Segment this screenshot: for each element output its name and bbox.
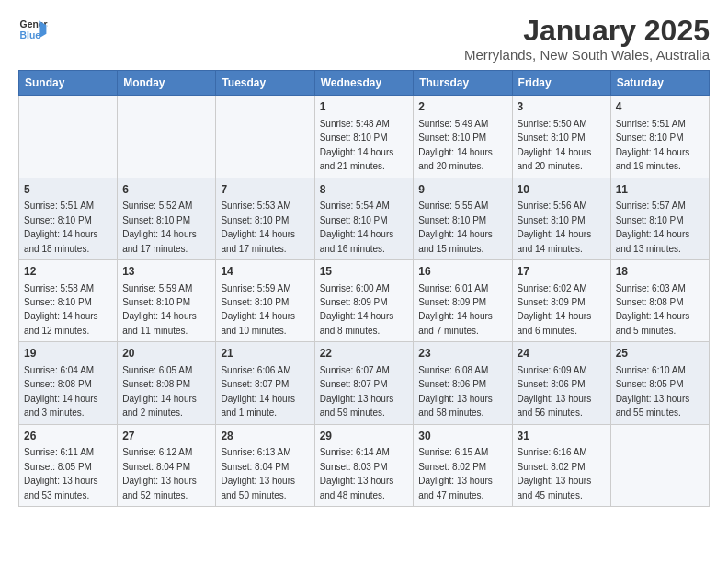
calendar-day-cell: 14Sunrise: 5:59 AM Sunset: 8:10 PM Dayli… <box>216 259 314 341</box>
day-number: 18 <box>616 264 704 280</box>
day-number: 25 <box>616 346 704 362</box>
day-info: Sunrise: 6:14 AM Sunset: 8:03 PM Dayligh… <box>320 447 394 500</box>
day-info: Sunrise: 6:06 AM Sunset: 8:07 PM Dayligh… <box>221 365 295 418</box>
day-number: 27 <box>122 429 210 444</box>
calendar-day-cell: 3Sunrise: 5:50 AM Sunset: 8:10 PM Daylig… <box>512 96 610 178</box>
day-info: Sunrise: 6:01 AM Sunset: 8:09 PM Dayligh… <box>418 283 493 336</box>
calendar-day-cell: 11Sunrise: 5:57 AM Sunset: 8:10 PM Dayli… <box>610 178 709 259</box>
day-info: Sunrise: 6:08 AM Sunset: 8:06 PM Dayligh… <box>418 365 493 418</box>
day-info: Sunrise: 5:53 AM Sunset: 8:10 PM Dayligh… <box>221 201 295 253</box>
calendar-body: 1Sunrise: 5:48 AM Sunset: 8:10 PM Daylig… <box>19 96 710 507</box>
day-number: 8 <box>320 182 409 198</box>
day-number: 19 <box>24 346 112 362</box>
calendar-day-cell: 26Sunrise: 6:11 AM Sunset: 8:05 PM Dayli… <box>19 424 118 506</box>
calendar-day-cell: 28Sunrise: 6:13 AM Sunset: 8:04 PM Dayli… <box>216 424 314 506</box>
calendar-header-cell: Sunday <box>19 71 118 96</box>
calendar-day-cell: 31Sunrise: 6:16 AM Sunset: 8:02 PM Dayli… <box>512 424 610 506</box>
day-number: 28 <box>221 429 309 444</box>
day-info: Sunrise: 6:00 AM Sunset: 8:09 PM Dayligh… <box>320 283 394 336</box>
calendar-day-cell: 8Sunrise: 5:54 AM Sunset: 8:10 PM Daylig… <box>314 178 414 259</box>
day-number: 16 <box>418 264 506 280</box>
day-info: Sunrise: 5:49 AM Sunset: 8:10 PM Dayligh… <box>418 119 493 171</box>
day-info: Sunrise: 6:04 AM Sunset: 8:08 PM Dayligh… <box>24 365 98 418</box>
calendar-day-cell: 9Sunrise: 5:55 AM Sunset: 8:10 PM Daylig… <box>414 178 512 259</box>
logo: General Blue <box>18 15 48 44</box>
subtitle: Merrylands, New South Wales, Australia <box>464 47 710 63</box>
calendar-table: SundayMondayTuesdayWednesdayThursdayFrid… <box>18 70 710 507</box>
calendar-day-cell: 23Sunrise: 6:08 AM Sunset: 8:06 PM Dayli… <box>414 342 512 424</box>
day-number: 13 <box>122 264 210 280</box>
day-info: Sunrise: 6:02 AM Sunset: 8:09 PM Dayligh… <box>518 283 592 336</box>
calendar-header-cell: Monday <box>118 71 216 96</box>
calendar-day-cell: 21Sunrise: 6:06 AM Sunset: 8:07 PM Dayli… <box>216 342 314 424</box>
day-number: 23 <box>418 346 506 362</box>
calendar-day-cell: 5Sunrise: 5:51 AM Sunset: 8:10 PM Daylig… <box>19 178 118 259</box>
calendar-header-cell: Friday <box>512 71 610 96</box>
calendar-day-cell: 4Sunrise: 5:51 AM Sunset: 8:10 PM Daylig… <box>610 96 709 178</box>
calendar-day-cell: 2Sunrise: 5:49 AM Sunset: 8:10 PM Daylig… <box>414 96 512 178</box>
day-info: Sunrise: 5:52 AM Sunset: 8:10 PM Dayligh… <box>122 201 197 253</box>
day-info: Sunrise: 6:05 AM Sunset: 8:08 PM Dayligh… <box>122 365 197 418</box>
calendar-header-cell: Thursday <box>414 71 512 96</box>
day-number: 12 <box>24 264 112 280</box>
calendar-day-cell <box>118 96 216 178</box>
day-info: Sunrise: 5:54 AM Sunset: 8:10 PM Dayligh… <box>320 201 394 253</box>
day-info: Sunrise: 6:09 AM Sunset: 8:06 PM Dayligh… <box>518 365 592 418</box>
day-info: Sunrise: 5:51 AM Sunset: 8:10 PM Dayligh… <box>616 119 690 171</box>
day-number: 17 <box>518 264 606 280</box>
day-number: 1 <box>320 99 409 115</box>
day-number: 30 <box>418 429 506 444</box>
calendar-week-row: 5Sunrise: 5:51 AM Sunset: 8:10 PM Daylig… <box>19 178 710 259</box>
calendar-week-row: 1Sunrise: 5:48 AM Sunset: 8:10 PM Daylig… <box>19 96 710 178</box>
day-info: Sunrise: 6:13 AM Sunset: 8:04 PM Dayligh… <box>221 447 295 500</box>
day-info: Sunrise: 5:56 AM Sunset: 8:10 PM Dayligh… <box>518 201 592 253</box>
day-info: Sunrise: 6:15 AM Sunset: 8:02 PM Dayligh… <box>418 447 493 500</box>
calendar-week-row: 26Sunrise: 6:11 AM Sunset: 8:05 PM Dayli… <box>19 424 710 506</box>
svg-text:Blue: Blue <box>20 30 41 40</box>
calendar-header-cell: Tuesday <box>216 71 314 96</box>
day-info: Sunrise: 5:48 AM Sunset: 8:10 PM Dayligh… <box>320 119 394 171</box>
day-info: Sunrise: 6:10 AM Sunset: 8:05 PM Dayligh… <box>616 365 690 418</box>
day-number: 20 <box>122 346 210 362</box>
calendar-day-cell: 24Sunrise: 6:09 AM Sunset: 8:06 PM Dayli… <box>512 342 610 424</box>
calendar-day-cell: 16Sunrise: 6:01 AM Sunset: 8:09 PM Dayli… <box>414 259 512 341</box>
header: General Blue January 2025 Merrylands, Ne… <box>18 15 710 63</box>
day-info: Sunrise: 5:59 AM Sunset: 8:10 PM Dayligh… <box>122 283 197 336</box>
calendar-week-row: 12Sunrise: 5:58 AM Sunset: 8:10 PM Dayli… <box>19 259 710 341</box>
day-number: 31 <box>518 429 606 444</box>
calendar-day-cell: 13Sunrise: 5:59 AM Sunset: 8:10 PM Dayli… <box>118 259 216 341</box>
day-number: 9 <box>418 182 506 198</box>
day-info: Sunrise: 5:59 AM Sunset: 8:10 PM Dayligh… <box>221 283 295 336</box>
calendar-day-cell: 27Sunrise: 6:12 AM Sunset: 8:04 PM Dayli… <box>118 424 216 506</box>
calendar-day-cell: 22Sunrise: 6:07 AM Sunset: 8:07 PM Dayli… <box>314 342 414 424</box>
calendar-day-cell: 7Sunrise: 5:53 AM Sunset: 8:10 PM Daylig… <box>216 178 314 259</box>
day-info: Sunrise: 6:03 AM Sunset: 8:08 PM Dayligh… <box>616 283 690 336</box>
day-info: Sunrise: 5:58 AM Sunset: 8:10 PM Dayligh… <box>24 283 98 336</box>
day-number: 2 <box>418 99 506 115</box>
day-number: 14 <box>221 264 309 280</box>
day-info: Sunrise: 6:16 AM Sunset: 8:02 PM Dayligh… <box>518 447 592 500</box>
day-number: 7 <box>221 182 309 198</box>
day-info: Sunrise: 5:55 AM Sunset: 8:10 PM Dayligh… <box>418 201 493 253</box>
day-info: Sunrise: 5:50 AM Sunset: 8:10 PM Dayligh… <box>518 119 592 171</box>
day-number: 29 <box>320 429 409 444</box>
day-number: 6 <box>122 182 210 198</box>
calendar-day-cell <box>19 96 118 178</box>
day-info: Sunrise: 6:12 AM Sunset: 8:04 PM Dayligh… <box>122 447 197 500</box>
calendar-header-cell: Saturday <box>610 71 709 96</box>
calendar-header-cell: Wednesday <box>314 71 414 96</box>
calendar-day-cell: 1Sunrise: 5:48 AM Sunset: 8:10 PM Daylig… <box>314 96 414 178</box>
calendar-week-row: 19Sunrise: 6:04 AM Sunset: 8:08 PM Dayli… <box>19 342 710 424</box>
calendar-day-cell: 15Sunrise: 6:00 AM Sunset: 8:09 PM Dayli… <box>314 259 414 341</box>
calendar-day-cell: 19Sunrise: 6:04 AM Sunset: 8:08 PM Dayli… <box>19 342 118 424</box>
calendar-day-cell: 30Sunrise: 6:15 AM Sunset: 8:02 PM Dayli… <box>414 424 512 506</box>
calendar-day-cell: 12Sunrise: 5:58 AM Sunset: 8:10 PM Dayli… <box>19 259 118 341</box>
calendar-day-cell: 25Sunrise: 6:10 AM Sunset: 8:05 PM Dayli… <box>610 342 709 424</box>
day-number: 24 <box>518 346 606 362</box>
day-info: Sunrise: 5:57 AM Sunset: 8:10 PM Dayligh… <box>616 201 690 253</box>
month-title: January 2025 <box>464 15 710 47</box>
day-number: 15 <box>320 264 409 280</box>
title-area: January 2025 Merrylands, New South Wales… <box>464 15 710 63</box>
calendar-day-cell <box>216 96 314 178</box>
day-info: Sunrise: 5:51 AM Sunset: 8:10 PM Dayligh… <box>24 201 98 253</box>
